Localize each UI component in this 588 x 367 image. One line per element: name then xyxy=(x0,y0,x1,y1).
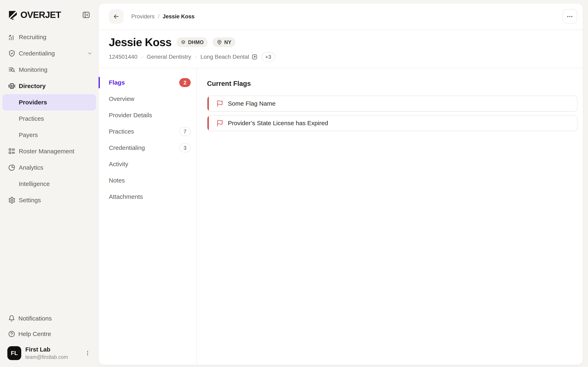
content-card: Providers / Jessie Koss Jessie Koss DHMO xyxy=(98,3,583,365)
credentialing-count-badge: 3 xyxy=(179,143,191,152)
dots-horizontal-icon xyxy=(566,13,573,20)
gear-icon xyxy=(8,197,16,204)
flag-row[interactable]: Some Flag Name xyxy=(207,96,578,111)
user-name: First Lab xyxy=(25,346,68,353)
list-search-icon xyxy=(8,66,16,73)
list-todo-icon xyxy=(8,148,16,155)
pie-chart-icon xyxy=(8,164,16,171)
user-info: First Lab team@firstlab.com xyxy=(25,346,68,360)
user-menu-button[interactable] xyxy=(83,349,92,358)
flags-heading: Current Flags xyxy=(207,80,578,87)
plan-badge-label: DHMO xyxy=(188,39,204,45)
sidebar-item-credentialing[interactable]: Credentialing xyxy=(2,45,96,62)
breadcrumb-providers[interactable]: Providers xyxy=(131,13,155,20)
breadcrumb-separator: / xyxy=(158,13,159,20)
flag-icon xyxy=(216,120,223,127)
practice-link[interactable]: Long Beach Dental xyxy=(200,54,258,60)
shield-check-icon xyxy=(8,50,16,57)
tab-activity[interactable]: Activity xyxy=(109,156,191,172)
sidebar-footer: Notifications Help Centre FL First Lab t… xyxy=(0,311,98,367)
sidebar-item-roster-management[interactable]: Roster Management xyxy=(2,143,96,159)
tab-label: Flags xyxy=(109,79,125,86)
panel-collapse-icon xyxy=(82,11,90,19)
sidebar-item-recruiting[interactable]: Recruiting xyxy=(2,29,96,45)
practice-name: Long Beach Dental xyxy=(200,54,249,60)
flags-panel: Current Flags Some Flag Name Provider’s … xyxy=(197,68,583,365)
provider-id: 124501440 xyxy=(109,54,138,60)
state-badge: NY xyxy=(213,37,235,47)
more-practices-pill[interactable]: +3 xyxy=(261,52,275,61)
plan-badge: DHMO xyxy=(176,37,208,47)
topbar: Providers / Jessie Koss xyxy=(99,3,583,30)
flag-accent-bar xyxy=(208,116,209,131)
body-row: Flags 2 Overview Provider Details Practi… xyxy=(99,68,583,365)
sidebar-item-directory[interactable]: Directory xyxy=(2,78,96,94)
map-pin-icon xyxy=(217,40,222,45)
sidebar-item-label: Providers xyxy=(19,99,47,106)
provider-specialty: General Dentistry xyxy=(147,54,191,60)
provider-header: Jessie Koss DHMO NY 124501440 · Gene xyxy=(99,30,583,68)
arrow-left-icon xyxy=(113,13,120,20)
tab-label: Overview xyxy=(109,95,134,102)
collapse-sidebar-button[interactable] xyxy=(81,10,91,20)
tab-credentialing[interactable]: Credentialing 3 xyxy=(109,140,191,156)
help-centre-button[interactable]: Help Centre xyxy=(2,326,96,342)
help-centre-label: Help Centre xyxy=(18,331,51,337)
sidebar-item-label: Intelligence xyxy=(19,180,50,187)
tab-label: Activity xyxy=(109,161,128,167)
sidebar-item-monitoring[interactable]: Monitoring xyxy=(2,62,96,78)
tab-label: Credentialing xyxy=(109,144,145,151)
logo-text: OVERJET xyxy=(20,10,61,20)
chevron-down-icon xyxy=(87,50,93,56)
user-account-row[interactable]: FL First Lab team@firstlab.com xyxy=(2,346,96,360)
sidebar-item-practices[interactable]: Practices xyxy=(2,110,96,127)
title-row: Jessie Koss DHMO NY xyxy=(109,36,573,49)
overjet-logo-icon xyxy=(8,10,17,20)
layers-icon xyxy=(181,40,186,45)
external-link-icon xyxy=(251,54,258,60)
active-tab-indicator xyxy=(99,77,100,88)
flag-row[interactable]: Provider’s State License has Expired xyxy=(207,115,578,131)
avatar: FL xyxy=(7,346,21,360)
flag-name: Provider’s State License has Expired xyxy=(228,120,328,127)
tab-label: Practices xyxy=(109,128,134,135)
dots-vertical-icon xyxy=(85,350,91,356)
more-actions-button[interactable] xyxy=(562,9,577,24)
tab-attachments[interactable]: Attachments xyxy=(109,189,191,205)
sidebar-item-label: Practices xyxy=(19,115,44,122)
state-badge-label: NY xyxy=(224,39,231,45)
help-circle-icon xyxy=(8,331,15,337)
flag-accent-bar xyxy=(208,96,209,111)
sidebar-item-label: Payers xyxy=(19,132,38,138)
sidebar-item-label: Directory xyxy=(19,83,46,90)
sidebar-item-label: Roster Management xyxy=(19,148,74,155)
back-button[interactable] xyxy=(109,9,123,24)
tab-overview[interactable]: Overview xyxy=(109,91,191,107)
sidebar-item-label: Credentialing xyxy=(19,50,55,57)
flag-name: Some Flag Name xyxy=(228,100,276,107)
breadcrumb: Providers / Jessie Koss xyxy=(131,13,195,20)
notifications-button[interactable]: Notifications xyxy=(2,311,96,326)
sidebar-item-providers[interactable]: Providers xyxy=(2,94,96,110)
tab-column: Flags 2 Overview Provider Details Practi… xyxy=(99,68,197,365)
sidebar-header: OVERJET xyxy=(0,0,98,20)
sidebar-item-payers[interactable]: Payers xyxy=(2,127,96,143)
tab-flags[interactable]: Flags 2 xyxy=(109,75,191,91)
flags-count-badge: 2 xyxy=(179,78,191,87)
notifications-label: Notifications xyxy=(18,315,52,322)
sidebar-item-label: Recruiting xyxy=(19,34,46,41)
sidebar-item-label: Monitoring xyxy=(19,66,47,73)
overjet-logo: OVERJET xyxy=(8,10,61,20)
flag-icon xyxy=(216,100,223,107)
tab-label: Attachments xyxy=(109,193,143,200)
provider-meta: 124501440 · General Dentistry · Long Bea… xyxy=(109,52,573,61)
chart-up-icon xyxy=(8,33,16,41)
sidebar-item-settings[interactable]: Settings xyxy=(2,192,96,208)
sidebar-item-analytics[interactable]: Analytics xyxy=(2,159,96,176)
practices-count-badge: 7 xyxy=(179,127,191,136)
tab-provider-details[interactable]: Provider Details xyxy=(109,107,191,123)
sidebar-item-label: Analytics xyxy=(19,164,43,171)
sidebar-item-intelligence[interactable]: Intelligence xyxy=(2,176,96,192)
tab-notes[interactable]: Notes xyxy=(109,172,191,189)
tab-practices[interactable]: Practices 7 xyxy=(109,123,191,140)
